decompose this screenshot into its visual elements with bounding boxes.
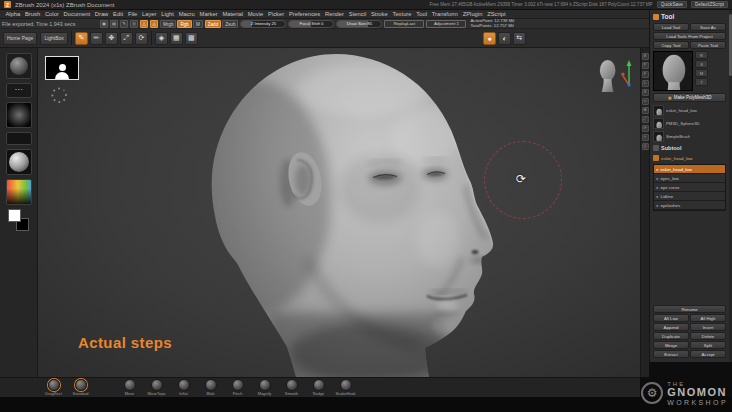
spotlight-icon[interactable]: ◎ (130, 20, 138, 28)
lightbox-mini-icon[interactable]: ▤ (110, 20, 118, 28)
visibility-eye-icon[interactable]: ● (656, 194, 658, 199)
xpose-icon[interactable]: ⇆ (513, 32, 526, 45)
menu-item[interactable]: Alpha (3, 11, 23, 17)
menu-item[interactable]: Document (61, 11, 92, 17)
shelf-slider[interactable]: Z Intensity25 (240, 20, 286, 28)
camera-view-thumbnail[interactable] (594, 58, 620, 92)
brush-preset[interactable]: Inflat (170, 379, 197, 396)
menu-item[interactable]: Marker (197, 11, 220, 17)
r-button[interactable]: R (695, 51, 708, 59)
persp-icon[interactable]: P (642, 62, 649, 69)
shelf-slider[interactable]: Focal Shift0 (288, 20, 334, 28)
frame-icon[interactable]: ▭ (642, 98, 649, 105)
solo-icon[interactable]: ◐ (498, 32, 511, 45)
local-icon[interactable]: L (642, 80, 649, 87)
edit-icon[interactable]: ✎ (75, 32, 88, 45)
quicksketch-icon[interactable]: ✎ (120, 20, 128, 28)
home-page-button[interactable]: Home Page (3, 32, 37, 45)
texture-thumbnail[interactable] (6, 132, 32, 145)
recent-tool-item[interactable]: PM3D_Sphere3D (653, 117, 726, 129)
brush-preset[interactable]: Blob (197, 379, 224, 396)
paint-mode-toggle[interactable]: Rgb (177, 20, 191, 28)
subtool-button[interactable]: Rename (653, 305, 726, 313)
paint-mode-toggle[interactable]: Mrgb (160, 20, 176, 28)
subtool-button[interactable]: Delete (690, 332, 726, 340)
lightbox-button[interactable]: LightBox (40, 32, 67, 45)
brush-preset[interactable]: Nudge (305, 379, 332, 396)
brush-preset[interactable]: Pinch (224, 379, 251, 396)
make-polymesh3d-button[interactable]: ✱ Make PolyMesh3D (653, 93, 726, 102)
draw-icon[interactable]: ✏ (90, 32, 103, 45)
subtool-list-item[interactable]: ● eyes_low (654, 174, 725, 183)
s-button[interactable]: S (695, 60, 708, 68)
menu-item[interactable]: ZPlugin (460, 11, 484, 17)
menu-item[interactable]: Picker (266, 11, 287, 17)
recent-tool-item[interactable]: SimpleBrush (653, 130, 726, 142)
menu-item[interactable]: ZScript (485, 11, 508, 17)
menu-item[interactable]: Stroke (369, 11, 391, 17)
sculpt-mode-toggle[interactable]: Zadd (205, 20, 221, 28)
tool-button[interactable]: Load Tools From Project (653, 32, 726, 40)
subtool-list-item[interactable]: ● eskin_head_low (654, 165, 725, 174)
default-zscript-button[interactable]: DefaultZScript (691, 1, 728, 8)
menu-item[interactable]: Material (220, 11, 245, 17)
stroke-thumbnail[interactable]: ⋯ (6, 83, 32, 98)
visibility-eye-icon[interactable]: ● (656, 203, 658, 208)
rotate-icon[interactable]: ⟳ (642, 125, 649, 132)
subtool-list-item[interactable]: ● eyelashes (654, 201, 725, 210)
menu-item[interactable]: Stencil (346, 11, 368, 17)
brush-preset[interactable]: Magnify (251, 379, 278, 396)
color-picker[interactable] (6, 179, 32, 205)
document-canvas[interactable]: ⟳ Actual steps (38, 48, 640, 377)
menu-item[interactable]: File (125, 11, 139, 17)
selector-box[interactable]: ReplayLast (384, 20, 424, 28)
lsym-icon[interactable]: S (642, 89, 649, 96)
shelf-slider[interactable]: Draw Size85 (336, 20, 382, 28)
subtool-button[interactable]: Split (690, 341, 726, 349)
floor-icon[interactable]: ▦ (170, 32, 183, 45)
menu-item[interactable]: Tool (414, 11, 429, 17)
tool-button[interactable]: Paste Tool (690, 41, 726, 49)
menu-item[interactable]: Layer (140, 11, 159, 17)
current-brush-thumbnail[interactable] (6, 53, 32, 79)
menu-item[interactable]: Macro (176, 11, 197, 17)
tool-palette-header[interactable]: Tool (653, 12, 726, 21)
subtool-list-item[interactable]: ● Lidline (654, 192, 725, 201)
active-subtool-row[interactable]: eskin_head_low (653, 154, 726, 162)
subtool-list-item[interactable]: ● eye curve (654, 183, 725, 192)
move-icon[interactable]: ✥ (642, 107, 649, 114)
paint-mode-toggle[interactable]: M (193, 20, 203, 28)
main-color-swatch[interactable] (8, 209, 21, 222)
subtool-button[interactable]: Duplicate (653, 332, 689, 340)
tool-button[interactable]: Copy Tool (653, 41, 689, 49)
quicksave-button[interactable]: QuickSave (657, 1, 687, 8)
menu-item[interactable]: Transform (429, 11, 460, 17)
subtool-button[interactable]: Extract (653, 350, 689, 358)
brush-preset[interactable]: Move (116, 379, 143, 396)
subtool-button[interactable]: Insert (690, 323, 726, 331)
sculptris-pro-icon[interactable]: △ (140, 20, 148, 28)
brush-preset[interactable]: Smooth (278, 379, 305, 396)
recent-tool-item[interactable]: eskin_head_low (653, 104, 726, 116)
visibility-eye-icon[interactable]: ● (656, 167, 658, 172)
menu-item[interactable]: Preferences (287, 11, 323, 17)
polyframe-icon[interactable]: ▩ (185, 32, 198, 45)
scale-icon[interactable]: ⤢ (120, 32, 133, 45)
menu-item[interactable]: Texture (390, 11, 414, 17)
t-button[interactable]: T (695, 78, 708, 86)
brush-preset[interactable]: Standard (67, 379, 94, 396)
selector-box[interactable]: Adjustment 1 (426, 20, 466, 28)
move-icon[interactable]: ✥ (105, 32, 118, 45)
projection-master-icon[interactable]: ▣ (100, 20, 108, 28)
brush-preset[interactable]: MoveTopo (143, 379, 170, 396)
menu-item[interactable]: Brush (23, 11, 43, 17)
menu-item[interactable]: Movie (245, 11, 265, 17)
brush-preset[interactable]: DragRect (40, 379, 67, 396)
subtool-button[interactable]: Merge (653, 341, 689, 349)
m-button[interactable]: M (695, 69, 708, 77)
menu-item[interactable]: Edit (111, 11, 126, 17)
tool-button[interactable]: Save As (690, 23, 726, 31)
axis-gizmo-icon[interactable] (620, 55, 638, 91)
bpr-icon[interactable]: B (642, 53, 649, 60)
subtool-button[interactable]: All High (690, 314, 726, 322)
